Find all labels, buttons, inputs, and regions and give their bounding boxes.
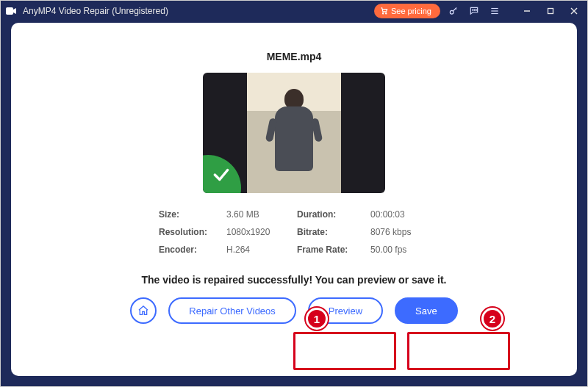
app-title: AnyMP4 Video Repair (Unregistered)	[23, 6, 168, 16]
svg-point-2	[382, 12, 383, 13]
success-badge	[203, 155, 241, 193]
meta-resolution-value: 1080x1920	[226, 227, 291, 237]
repair-other-videos-button[interactable]: Repair Other Videos	[168, 297, 296, 324]
svg-point-3	[386, 12, 387, 13]
window-close-button[interactable]	[565, 4, 583, 18]
status-message: The video is repaired successfully! You …	[142, 274, 447, 286]
metadata-grid: Size: 3.60 MB Duration: 00:00:03 Resolut…	[159, 209, 429, 255]
feedback-icon[interactable]	[467, 4, 481, 18]
preview-button[interactable]: Preview	[308, 297, 383, 324]
cart-icon	[380, 7, 388, 16]
meta-duration-label: Duration:	[297, 209, 365, 220]
window-maximize-button[interactable]	[542, 4, 559, 18]
svg-rect-12	[548, 9, 553, 14]
home-icon	[137, 305, 149, 317]
menu-icon[interactable]	[487, 4, 502, 18]
svg-point-4	[450, 10, 453, 14]
meta-bitrate-label: Bitrate:	[297, 227, 365, 237]
svg-point-5	[473, 10, 473, 10]
svg-marker-1	[13, 8, 16, 14]
meta-encoder-label: Encoder:	[159, 245, 220, 255]
thumbnail-image	[247, 73, 341, 193]
check-icon	[212, 165, 231, 184]
window-minimize-button[interactable]	[518, 4, 536, 18]
home-button[interactable]	[130, 297, 157, 324]
see-pricing-label: See pricing	[391, 7, 431, 15]
svg-rect-0	[6, 7, 13, 15]
svg-point-6	[474, 10, 475, 10]
repair-other-label: Repair Other Videos	[189, 305, 276, 317]
svg-point-7	[476, 10, 476, 10]
preview-label: Preview	[329, 305, 362, 317]
meta-size-label: Size:	[159, 209, 220, 220]
meta-resolution-label: Resolution:	[159, 227, 220, 237]
meta-framerate-value: 50.00 fps	[370, 245, 429, 255]
save-button[interactable]: Save	[395, 297, 458, 324]
meta-duration-value: 00:00:03	[370, 209, 429, 220]
app-window: AnyMP4 Video Repair (Unregistered) See p…	[0, 0, 588, 387]
meta-framerate-label: Frame Rate:	[297, 245, 365, 255]
save-label: Save	[415, 305, 437, 317]
see-pricing-button[interactable]: See pricing	[374, 4, 440, 18]
meta-encoder-value: H.264	[226, 245, 291, 255]
filename-label: MEME.mp4	[267, 51, 322, 62]
meta-bitrate-value: 8076 kbps	[370, 227, 429, 237]
key-icon[interactable]	[446, 4, 461, 18]
action-button-row: Repair Other Videos Preview Save	[130, 297, 457, 324]
video-thumbnail	[203, 73, 385, 193]
app-logo-icon	[5, 5, 17, 17]
content-panel: MEME.mp4 Size: 3.60 MB Duration: 00:00:0…	[11, 23, 577, 376]
meta-size-value: 3.60 MB	[226, 209, 291, 220]
titlebar: AnyMP4 Video Repair (Unregistered) See p…	[1, 1, 587, 21]
